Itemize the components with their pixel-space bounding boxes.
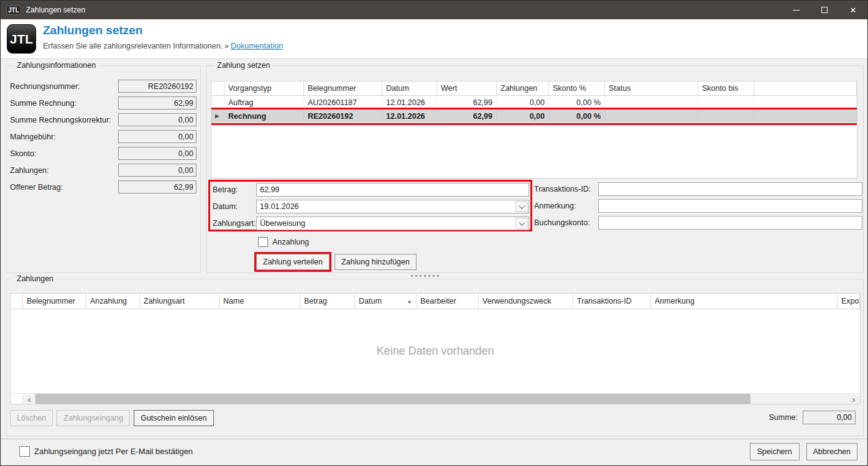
header-datum-label: Datum xyxy=(359,297,382,305)
scrollbar-thumb[interactable] xyxy=(35,394,750,404)
payment-action-buttons: Zahlung verteilen Zahlung hinzufügen xyxy=(256,254,417,270)
cell-filler xyxy=(754,110,857,123)
zahlungsart-dropdown[interactable]: Überweisung xyxy=(256,217,529,230)
header-belegnummer[interactable]: Belegnummer xyxy=(23,294,86,309)
header-skonto-bis[interactable]: Skonto bis xyxy=(698,82,754,95)
scrollbar-track[interactable] xyxy=(750,394,847,404)
zahlung-verteilen-button[interactable]: Zahlung verteilen xyxy=(256,254,330,270)
header-filler xyxy=(754,82,857,95)
cell-datum: 12.01.2026 xyxy=(382,110,437,123)
datum-dropdown-button[interactable] xyxy=(515,201,528,212)
email-confirm-checkbox[interactable] xyxy=(19,446,30,457)
header-vorgangstyp[interactable]: Vorgangstyp xyxy=(224,82,304,95)
header-datum-sorted[interactable]: Datum ▲ xyxy=(355,294,417,309)
betrag-input[interactable] xyxy=(256,183,529,197)
header-betrag[interactable]: Betrag xyxy=(300,294,355,309)
datum-dropdown[interactable]: 19.01.2026 xyxy=(256,200,529,213)
field-zahlungen: Zahlungen: xyxy=(10,164,196,177)
subtitle-separator: » xyxy=(224,42,229,50)
table-row-rechnung-selected[interactable]: ▶ Rechnung RE20260192 12.01.2026 62,99 0… xyxy=(211,110,857,123)
group-label: Zahlungen xyxy=(14,274,57,283)
minimize-button[interactable] xyxy=(782,1,810,19)
header-wert[interactable]: Wert xyxy=(437,82,497,95)
zahlungsart-row: Zahlungsart: Überweisung xyxy=(213,217,529,230)
anmerkung-label: Anmerkung: xyxy=(534,202,598,210)
scrollbar-corner xyxy=(11,394,23,404)
header-bearbeiter[interactable]: Bearbeiter xyxy=(417,294,479,309)
jtl-logo: JTL xyxy=(7,24,36,54)
summe-row: Summe: xyxy=(769,411,856,424)
payments-table: Belegnummer Anzahlung Zahlungsart Name B… xyxy=(10,293,861,404)
header-anzahlung[interactable]: Anzahlung xyxy=(86,294,140,309)
payment-entry-highlight: Betrag: Datum: 19.01.2026 Zahlungsart: Ü… xyxy=(208,180,532,231)
anzahlung-checkbox[interactable] xyxy=(258,237,268,247)
header-marker xyxy=(11,294,23,309)
speichern-button[interactable]: Speichern xyxy=(750,443,800,460)
abbrechen-button[interactable]: Abbrechen xyxy=(806,443,857,460)
cell-vorgangstyp: Rechnung xyxy=(224,110,304,123)
header-export[interactable]: Export xyxy=(838,294,860,309)
header-zahlungen[interactable]: Zahlungen xyxy=(497,82,549,95)
anmerkung-input[interactable] xyxy=(598,199,862,213)
header: JTL Zahlungen setzen Erfassen Sie alle z… xyxy=(1,19,867,59)
rechnungsnummer-field[interactable] xyxy=(118,80,196,93)
buchungskonto-label: Buchungskonto: xyxy=(534,218,598,227)
main-area: Zahlungsinformationen Rechnungsnummer: S… xyxy=(1,59,867,439)
scroll-left-button[interactable]: ‹ xyxy=(23,394,35,404)
cell-skonto-bis xyxy=(698,96,754,109)
page-subtitle: Erfassen Sie alle zahlungsrelevanten Inf… xyxy=(43,42,283,50)
field-rechnungsnummer: Rechnungsnummer: xyxy=(10,80,196,93)
zahlung-hinzufuegen-button[interactable]: Zahlung hinzufügen xyxy=(335,254,417,270)
vorgang-table: Vorgangstyp Belegnummer Datum Wert Zahlu… xyxy=(211,81,857,179)
header-anmerkung[interactable]: Anmerkung xyxy=(651,294,838,309)
row-marker-cell: ▶ xyxy=(211,110,224,123)
skonto-field[interactable] xyxy=(118,147,196,160)
group-zahlung-setzen: Zahlung setzen Vorgangstyp Belegnummer D… xyxy=(206,65,864,273)
zahlungen-field[interactable] xyxy=(118,164,196,177)
scroll-right-button[interactable]: › xyxy=(847,394,860,404)
field-label: Mahngebühr: xyxy=(10,133,56,141)
cell-wert: 62,99 xyxy=(437,96,497,109)
header-zahlungsart[interactable]: Zahlungsart xyxy=(140,294,219,309)
page-title: Zahlungen setzen xyxy=(43,24,142,37)
field-label: Skonto: xyxy=(10,149,36,158)
transaktions-id-input[interactable] xyxy=(598,182,862,196)
header-skonto-prozent[interactable]: Skonto % xyxy=(549,82,605,95)
empty-table-message: Keine Daten vorhanden xyxy=(11,345,860,358)
mahngebuehr-field[interactable] xyxy=(118,130,196,143)
header-belegnummer[interactable]: Belegnummer xyxy=(304,82,382,95)
payments-header-row: Belegnummer Anzahlung Zahlungsart Name B… xyxy=(11,294,860,309)
header-transaktions-id[interactable]: Transaktions-ID xyxy=(573,294,651,309)
field-label: Offener Betrag: xyxy=(10,183,63,192)
summe-rechnung-field[interactable] xyxy=(118,96,196,110)
gutschein-einloesen-button[interactable]: Gutschein einlösen xyxy=(134,410,213,426)
maximize-button[interactable] xyxy=(810,1,839,19)
datum-row: Datum: 19.01.2026 xyxy=(213,200,529,213)
close-button[interactable]: ✕ xyxy=(839,1,867,19)
field-summe-rechnung: Summe Rechnung: xyxy=(10,96,196,110)
panel-splitter-grip[interactable] xyxy=(411,275,440,277)
group-zahlungen: Zahlungen Belegnummer Anzahlung Zahlungs… xyxy=(6,279,864,436)
selected-row-marker-icon: ▶ xyxy=(211,113,220,119)
field-skonto: Skonto: xyxy=(10,147,196,160)
chevron-down-icon xyxy=(519,203,525,209)
field-label: Summe Rechnung: xyxy=(10,99,76,108)
documentation-link[interactable]: Dokumentation xyxy=(231,42,283,50)
zahlungsart-dropdown-button[interactable] xyxy=(515,218,528,229)
extra-fields: Transaktions-ID: Anmerkung: Buchungskont… xyxy=(534,182,862,233)
summe-field[interactable] xyxy=(803,411,856,424)
offener-betrag-field[interactable] xyxy=(118,180,196,193)
header-status[interactable]: Status xyxy=(605,82,698,95)
group-zahlungsinformationen: Zahlungsinformationen Rechnungsnummer: S… xyxy=(6,65,201,273)
header-datum[interactable]: Datum xyxy=(382,82,437,95)
subtitle-text: Erfassen Sie alle zahlungsrelevanten Inf… xyxy=(43,42,223,50)
summe-rechnungskorrektur-field[interactable] xyxy=(118,113,196,126)
header-name[interactable]: Name xyxy=(219,294,300,309)
betrag-row: Betrag: xyxy=(213,183,529,197)
field-label: Summe Rechnungskorrektur: xyxy=(10,116,111,124)
table-row-auftrag[interactable]: Auftrag AU202601187 12.01.2026 62,99 0,0… xyxy=(211,96,857,110)
titlebar: JTL Zahlungen setzen ✕ xyxy=(1,1,867,19)
buchungskonto-input[interactable] xyxy=(598,216,862,230)
field-offener-betrag: Offener Betrag: xyxy=(10,180,196,193)
header-verwendungszweck[interactable]: Verwendungszweck xyxy=(479,294,573,309)
